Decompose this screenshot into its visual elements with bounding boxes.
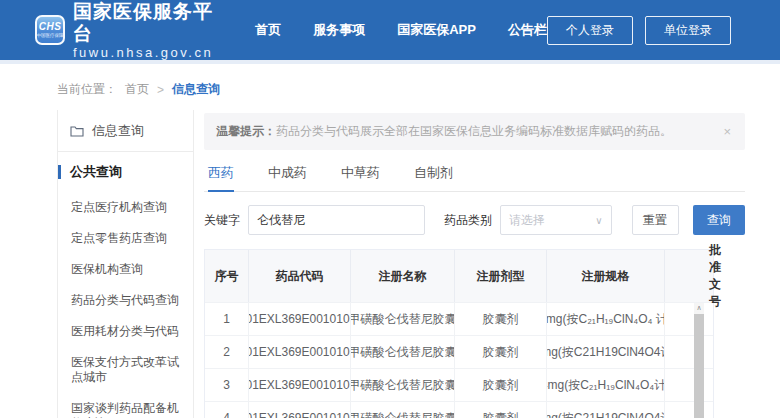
query-button[interactable]: 查询	[693, 205, 745, 235]
close-icon[interactable]: ×	[721, 124, 733, 139]
cell-clipped	[665, 303, 713, 335]
nav-item[interactable]: 公告栏	[508, 21, 547, 39]
scroll-up-icon[interactable]: ∧	[694, 303, 704, 313]
chs-logo-icon: CHS 中国医疗保障	[35, 15, 65, 45]
breadcrumb-home-link[interactable]: 首页	[125, 81, 149, 98]
table-row: 4 XL01EXL369E0010101… 甲磺酸仑伐替尼胶囊 胶囊剂 4mg(…	[205, 401, 713, 418]
sidebar-menu-item[interactable]: 定点零售药店查询	[58, 223, 193, 254]
cell-index: 2	[205, 336, 249, 368]
sidebar-menu-item[interactable]: 药品分类与代码查询	[58, 285, 193, 316]
drug-type-tabs: 西药中成药中草药自制剂	[204, 154, 745, 192]
cell-drug-code: XL01EXL369E0010101…	[249, 336, 351, 368]
sidebar: 信息查询 公共查询 定点医疗机构查询定点零售药店查询医保机构查询药品分类与代码查…	[57, 110, 194, 418]
table-row: 3 XL01EXL369E0010101… 甲磺酸仑伐替尼胶囊 胶囊剂 4mg(…	[205, 368, 713, 401]
cell-registered-name: 甲磺酸仑伐替尼胶囊	[351, 369, 455, 401]
site-title: 国家医保服务平台	[73, 1, 213, 45]
table-body: 1 XL01EXL369E0010101… 甲磺酸仑伐替尼胶囊 胶囊剂 4mg(…	[205, 302, 713, 418]
notice-prefix: 温馨提示：	[216, 123, 276, 140]
col-header-dosage-form: 注册剂型	[455, 250, 547, 302]
cell-dosage-form: 胶囊剂	[455, 369, 547, 401]
login-buttons: 个人登录单位登录	[547, 16, 731, 45]
tab[interactable]: 自制剂	[414, 164, 453, 191]
vertical-scrollbar[interactable]: ∧	[694, 303, 704, 418]
notice-bar: 温馨提示： 药品分类与代码展示全部在国家医保信息业务编码标准数据库赋码的药品。 …	[204, 113, 745, 150]
cell-specification: 4mg(按C₂₁H₁₉ClN₄O₄计)	[547, 369, 665, 401]
cell-dosage-form: 胶囊剂	[455, 336, 547, 368]
cell-dosage-form: 胶囊剂	[455, 303, 547, 335]
breadcrumb-prefix: 当前位置：	[57, 81, 117, 98]
reset-button[interactable]: 重置	[632, 205, 679, 235]
cell-clipped	[665, 369, 713, 401]
notice-text: 药品分类与代码展示全部在国家医保信息业务编码标准数据库赋码的药品。	[276, 123, 721, 140]
cell-index: 4	[205, 402, 249, 418]
category-select[interactable]: 请选择 ∨	[500, 205, 612, 235]
col-header-specification: 注册规格	[547, 250, 665, 302]
col-header-index: 序号	[205, 250, 249, 302]
top-header: CHS 中国医疗保障 国家医保服务平台 fuwu.nhsa.gov.cn 首页服…	[0, 0, 780, 60]
content-area: 信息查询 公共查询 定点医疗机构查询定点零售药店查询医保机构查询药品分类与代码查…	[0, 110, 780, 418]
active-section-bar	[58, 165, 61, 179]
logo-text: 国家医保服务平台 fuwu.nhsa.gov.cn	[73, 1, 213, 60]
table-header-row: 序号 药品代码 注册名称 注册剂型 注册规格 批准文号	[205, 250, 713, 302]
sidebar-item-info-query[interactable]: 信息查询	[58, 110, 193, 152]
cell-clipped	[665, 336, 713, 368]
keyword-label: 关键字	[204, 212, 240, 229]
category-placeholder: 请选择	[509, 212, 545, 229]
results-table: 序号 药品代码 注册名称 注册剂型 注册规格 批准文号 1 XL01EXL369…	[204, 249, 714, 418]
main-nav: 首页服务事项国家医保APP公告栏	[255, 21, 547, 39]
nav-item[interactable]: 服务事项	[313, 21, 365, 39]
chevron-down-icon: ∨	[595, 215, 602, 226]
sidebar-menu-item[interactable]: 医用耗材分类与代码	[58, 316, 193, 347]
site-url: fuwu.nhsa.gov.cn	[73, 45, 213, 60]
cell-clipped	[665, 402, 713, 418]
main-panel: 温馨提示： 药品分类与代码展示全部在国家医保信息业务编码标准数据库赋码的药品。 …	[204, 110, 745, 418]
tab[interactable]: 西药	[208, 164, 234, 191]
logo[interactable]: CHS 中国医疗保障 国家医保服务平台 fuwu.nhsa.gov.cn	[35, 1, 213, 60]
nav-item[interactable]: 国家医保APP	[397, 21, 476, 39]
table-row: 2 XL01EXL369E0010101… 甲磺酸仑伐替尼胶囊 胶囊剂 4mg(…	[205, 335, 713, 368]
cell-specification: 4mg(按C21H19ClN4O4计)	[547, 336, 665, 368]
sidebar-menu-item[interactable]: 国家谈判药品配备机构查询	[58, 393, 193, 418]
cell-index: 3	[205, 369, 249, 401]
page: CHS 中国医疗保障 国家医保服务平台 fuwu.nhsa.gov.cn 首页服…	[0, 0, 780, 418]
category-label: 药品类别	[444, 212, 492, 229]
nav-item[interactable]: 首页	[255, 21, 281, 39]
sidebar-section-public-query[interactable]: 公共查询	[58, 152, 193, 192]
breadcrumb-separator: >	[157, 83, 164, 97]
folder-icon	[70, 125, 84, 137]
logo-icon-subtext: 中国医疗保障	[37, 32, 64, 37]
login-button[interactable]: 单位登录	[645, 16, 731, 45]
table-row: 1 XL01EXL369E0010101… 甲磺酸仑伐替尼胶囊 胶囊剂 4mg(…	[205, 302, 713, 335]
cell-drug-code: XL01EXL369E0010101…	[249, 402, 351, 418]
cell-specification: 4mg(按C₂₁H₁₉ClN₄O₄ 计)	[547, 303, 665, 335]
tab[interactable]: 中成药	[268, 164, 307, 191]
login-button[interactable]: 个人登录	[547, 16, 633, 45]
col-header-registered-name: 注册名称	[351, 250, 455, 302]
cell-registered-name: 甲磺酸仑伐替尼胶囊	[351, 303, 455, 335]
sidebar-menu-item[interactable]: 定点医疗机构查询	[58, 192, 193, 223]
tab[interactable]: 中草药	[341, 164, 380, 191]
cell-drug-code: XL01EXL369E0010101…	[249, 303, 351, 335]
breadcrumb: 当前位置： 首页 > 信息查询	[0, 64, 780, 110]
cell-registered-name: 甲磺酸仑伐替尼胶囊	[351, 336, 455, 368]
sidebar-menu: 定点医疗机构查询定点零售药店查询医保机构查询药品分类与代码查询医用耗材分类与代码…	[58, 192, 193, 418]
sidebar-root-label: 信息查询	[92, 122, 144, 140]
breadcrumb-current-link[interactable]: 信息查询	[172, 81, 220, 98]
sidebar-menu-item[interactable]: 医保支付方式改革试点城市	[58, 347, 193, 393]
sidebar-menu-item[interactable]: 医保机构查询	[58, 254, 193, 285]
cell-drug-code: XL01EXL369E0010101…	[249, 369, 351, 401]
keyword-input[interactable]	[248, 205, 425, 235]
search-form: 关键字 药品类别 请选择 ∨ 重置 查询	[204, 205, 745, 235]
col-header-drug-code: 药品代码	[249, 250, 351, 302]
col-header-clipped: 批准文号	[665, 250, 721, 302]
cell-specification: 4mg(按C21H19ClN4O4计)	[547, 402, 665, 418]
cell-index: 1	[205, 303, 249, 335]
sidebar-section-label: 公共查询	[70, 163, 122, 181]
cell-registered-name: 甲磺酸仑伐替尼胶囊	[351, 402, 455, 418]
logo-icon-text: CHS	[39, 22, 62, 32]
cell-dosage-form: 胶囊剂	[455, 402, 547, 418]
scrollbar-thumb[interactable]	[694, 314, 704, 418]
